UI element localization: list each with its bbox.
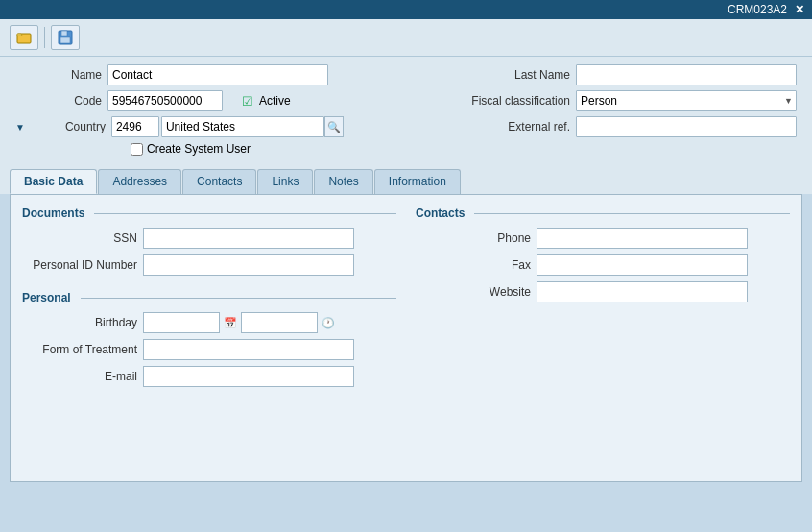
phone-label: Phone <box>416 231 531 245</box>
tab-content-basic-data: Documents SSN Personal ID Number Persona… <box>10 194 802 482</box>
tabs-container: Basic Data Addresses Contacts Links Note… <box>0 169 812 194</box>
email-input[interactable] <box>143 366 354 387</box>
phone-row: Phone <box>416 228 790 249</box>
create-user-row: Create System User <box>15 142 797 156</box>
tab-notes[interactable]: Notes <box>314 169 372 194</box>
contacts-section-title: Contacts <box>416 206 790 220</box>
ssn-label: SSN <box>22 231 137 245</box>
two-column-layout: Documents SSN Personal ID Number Persona… <box>22 206 790 393</box>
active-checkmark: ☑ <box>242 94 253 109</box>
birthday-row: Birthday 📅 🕐 <box>22 312 396 333</box>
folder-button[interactable] <box>10 25 38 50</box>
form-treatment-label: Form of Treatment <box>22 343 137 356</box>
external-input[interactable] <box>576 116 797 137</box>
svg-rect-2 <box>61 31 67 36</box>
clock-icon[interactable]: 🕐 <box>322 317 335 329</box>
folder-icon <box>16 30 32 45</box>
email-row: E-mail <box>22 366 396 387</box>
code-label: Code <box>15 94 102 108</box>
name-input[interactable] <box>107 64 328 85</box>
birthday-time-input[interactable] <box>241 312 318 333</box>
country-search-button[interactable]: 🔍 <box>324 116 344 137</box>
ssn-row: SSN <box>22 228 396 249</box>
name-label: Name <box>15 68 102 82</box>
external-label: External ref. <box>445 120 570 133</box>
country-row: ▼ Country 🔍 External ref. <box>15 116 797 137</box>
personal-id-row: Personal ID Number <box>22 254 396 276</box>
save-icon <box>58 30 73 45</box>
save-button[interactable] <box>51 25 80 50</box>
tab-addresses[interactable]: Addresses <box>98 169 181 194</box>
tab-information[interactable]: Information <box>374 169 461 194</box>
fiscal-label: Fiscal classification <box>445 94 570 108</box>
svg-rect-3 <box>60 37 70 43</box>
fax-input[interactable] <box>537 254 748 276</box>
documents-section-title: Documents <box>22 206 396 220</box>
birthday-date-input[interactable] <box>143 312 220 333</box>
left-column: Documents SSN Personal ID Number Persona… <box>22 206 396 393</box>
ssn-input[interactable] <box>143 228 354 249</box>
website-label: Website <box>416 285 531 299</box>
code-input[interactable] <box>107 90 223 111</box>
fax-row: Fax <box>416 254 790 276</box>
title-bar: CRM023A2 ✕ <box>0 0 812 19</box>
fiscal-select[interactable]: Person Company <box>576 90 797 111</box>
form-treatment-input[interactable] <box>143 339 354 360</box>
create-user-checkbox[interactable] <box>131 143 143 156</box>
email-label: E-mail <box>22 370 137 383</box>
lastname-label: Last Name <box>484 68 570 82</box>
tab-contacts[interactable]: Contacts <box>182 169 256 194</box>
active-row: ☑ Active <box>242 94 291 109</box>
window-title: CRM023A2 <box>728 3 787 16</box>
create-user-label: Create System User <box>147 142 251 156</box>
fax-label: Fax <box>416 258 531 272</box>
tabs: Basic Data Addresses Contacts Links Note… <box>10 169 802 194</box>
website-row: Website <box>416 281 790 302</box>
active-label: Active <box>259 94 291 108</box>
right-column: Contacts Phone Fax Website <box>416 206 790 393</box>
website-input[interactable] <box>537 281 748 302</box>
close-button[interactable]: ✕ <box>795 3 804 16</box>
phone-input[interactable] <box>537 228 748 249</box>
personal-id-input[interactable] <box>143 254 354 276</box>
personal-section-title: Personal <box>22 291 396 304</box>
personal-id-label: Personal ID Number <box>22 258 137 272</box>
toolbar <box>0 19 812 57</box>
code-row: Code ☑ Active Fiscal classification Pers… <box>15 90 797 111</box>
country-label: Country <box>25 120 106 133</box>
lastname-input[interactable] <box>576 64 797 85</box>
form-area: Name Last Name Code ☑ Active Fiscal clas… <box>0 57 812 169</box>
country-code-input[interactable] <box>111 116 159 137</box>
name-row: Name Last Name <box>15 64 797 85</box>
tab-links[interactable]: Links <box>257 169 313 194</box>
tab-basic-data[interactable]: Basic Data <box>10 169 97 194</box>
birthday-label: Birthday <box>22 316 137 329</box>
toolbar-separator <box>44 27 45 48</box>
country-name-input[interactable] <box>161 116 324 137</box>
country-toggle[interactable]: ▼ <box>15 122 25 133</box>
birthday-inputs: 📅 🕐 <box>143 312 335 333</box>
calendar-icon[interactable]: 📅 <box>224 317 237 329</box>
fiscal-select-wrapper: Person Company <box>576 90 797 111</box>
form-treatment-row: Form of Treatment <box>22 339 396 360</box>
